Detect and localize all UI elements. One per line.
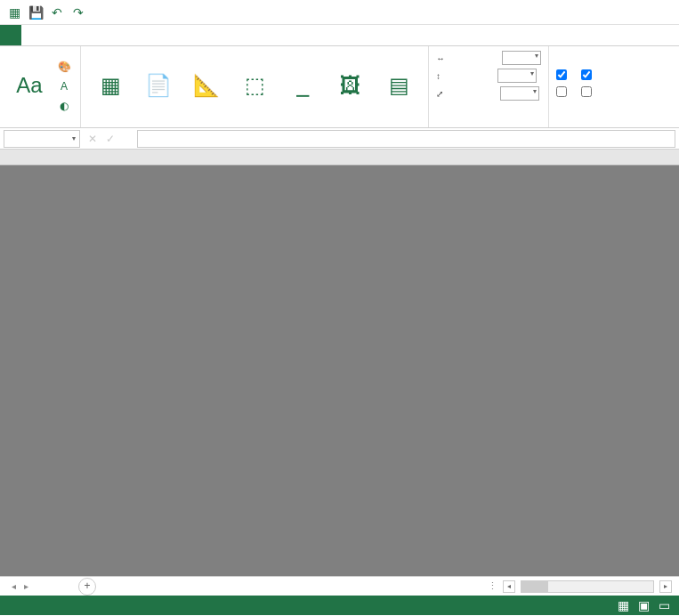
orientation-icon: 📄 (144, 71, 173, 100)
status-bar: ▦ ▣ ▭ (0, 596, 679, 615)
group-page-setup: ▦ 📄 📐 ⬚ ⎯ 🖼 ▤ (81, 46, 429, 127)
hscroll-right[interactable]: ▸ (659, 580, 672, 593)
print-titles-button[interactable]: ▤ (376, 69, 421, 103)
view-normal-icon[interactable]: ▦ (618, 598, 629, 612)
formula-bar: ✕ ✓ (0, 128, 679, 150)
print-titles-icon: ▤ (384, 71, 413, 100)
column-headers[interactable] (0, 150, 679, 166)
orientation-button[interactable]: 📄 (136, 69, 181, 103)
size-button[interactable]: 📐 (184, 69, 229, 103)
gridlines-label (556, 50, 570, 66)
hscroll-thumb[interactable] (521, 581, 548, 592)
headings-view-checkbox[interactable] (581, 67, 595, 83)
group-themes: Aa 🎨 A ◐ (0, 46, 81, 127)
scale-spinner[interactable] (500, 86, 539, 101)
colors-icon[interactable]: 🎨 (55, 58, 73, 76)
add-sheet-button[interactable]: + (78, 578, 96, 596)
gridlines-view-checkbox[interactable] (556, 67, 570, 83)
themes-icon: Aa (15, 71, 44, 100)
ruler-icon: ↔ (436, 53, 445, 63)
ruler-v-icon: ↕ (436, 71, 441, 81)
redo-icon[interactable]: ↷ (71, 5, 85, 20)
sheet-nav-next[interactable]: ▸ (20, 581, 32, 591)
name-box[interactable] (4, 130, 80, 148)
view-page-break-icon[interactable]: ▭ (659, 598, 670, 612)
margins-icon: ▦ (96, 71, 125, 100)
sheet-tab-bar: ◂ ▸ + ⋮ ◂ ▸ (0, 576, 679, 596)
hscroll-track[interactable] (521, 580, 654, 593)
print-area-icon: ⬚ (240, 71, 269, 100)
size-icon: 📐 (192, 71, 221, 100)
fx-cancel-icon[interactable]: ✕ (84, 133, 101, 145)
gridlines-print-checkbox[interactable] (556, 84, 570, 100)
title-bar: ▦ 💾 ↶ ↷ (0, 0, 679, 25)
excel-icon: ▦ (7, 5, 21, 20)
tab-split-handle[interactable]: ⋮ (488, 580, 497, 592)
breaks-button[interactable]: ⎯ (280, 69, 325, 103)
hscroll-left[interactable]: ◂ (503, 580, 515, 593)
scale-icon: ⤢ (436, 89, 443, 99)
fx-enter-icon[interactable]: ✓ (101, 133, 119, 145)
group-scale: ↔ ↕ ⤢ (429, 46, 549, 127)
formula-input[interactable] (137, 130, 675, 148)
grid-rows[interactable] (0, 166, 679, 576)
themes-button[interactable]: Aa (7, 69, 52, 103)
undo-icon[interactable]: ↶ (50, 5, 64, 20)
quick-access-toolbar: ▦ 💾 ↶ ↷ (0, 5, 93, 20)
print-area-button[interactable]: ⬚ (232, 69, 277, 103)
group-sheet-options (549, 46, 602, 127)
tab-file[interactable] (0, 25, 21, 45)
ribbon-tabs (0, 25, 679, 46)
margins-button[interactable]: ▦ (88, 69, 133, 103)
save-icon[interactable]: 💾 (28, 5, 43, 20)
background-icon: 🖼 (336, 71, 365, 100)
view-switcher: ▦ ▣ ▭ (618, 598, 670, 612)
worksheet-grid[interactable] (0, 150, 679, 576)
effects-icon[interactable]: ◐ (55, 97, 73, 115)
background-button[interactable]: 🖼 (328, 69, 373, 103)
width-combo[interactable] (502, 51, 541, 65)
height-combo[interactable] (497, 69, 537, 83)
headings-print-checkbox[interactable] (581, 84, 595, 100)
breaks-icon: ⎯ (288, 71, 317, 100)
ribbon: Aa 🎨 A ◐ ▦ 📄 📐 ⬚ ⎯ 🖼 ▤ ↔ ↕ ⤢ (0, 46, 679, 128)
headings-label (581, 50, 595, 66)
sheet-nav-prev[interactable]: ◂ (7, 581, 20, 591)
view-page-layout-icon[interactable]: ▣ (638, 598, 650, 612)
fonts-icon[interactable]: A (55, 77, 73, 95)
